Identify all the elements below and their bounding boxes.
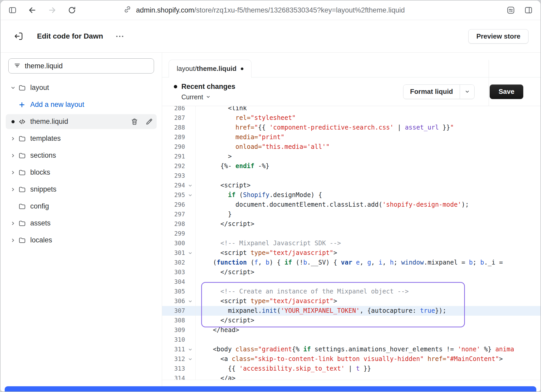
editor-panel: layout/theme.liquid Recent changes Curre… (162, 53, 540, 391)
code-line[interactable]: 310 (162, 335, 540, 345)
address-bar[interactable]: admin.shopify.com/store/rzq1xu-f5/themes… (124, 5, 405, 15)
folder-label: snippets (30, 185, 57, 193)
code-line[interactable]: 287 rel="stylesheet" (162, 113, 540, 123)
editor-toolbar: Recent changes Current Format liquid Sa (162, 77, 540, 106)
code-line[interactable]: 290 onload="this.media='all'" (162, 142, 540, 152)
line-number: 291 (162, 152, 185, 161)
line-number: 311 (162, 345, 185, 354)
folder-label: templates (30, 134, 61, 143)
line-number: 302 (162, 258, 185, 267)
file-sidebar: layout Add a new layout theme.liquid (1, 53, 162, 391)
code-line[interactable]: 300 <!-- Mixpanel Javascript SDK --> (162, 238, 540, 248)
reload-icon[interactable] (67, 5, 77, 15)
preview-store-button[interactable]: Preview store (468, 29, 528, 44)
chevron-right-icon[interactable] (8, 187, 18, 192)
code-line[interactable]: 314 </a> (162, 373, 540, 380)
code-line[interactable]: 307 mixpanel.init('YOUR_MIXPANEL_TOKEN',… (162, 306, 540, 316)
sidebar-item-templates[interactable]: templates (6, 131, 157, 146)
code-line[interactable]: 308 </script> (162, 316, 540, 325)
back-icon[interactable] (28, 5, 37, 15)
file-search-input[interactable] (25, 62, 149, 70)
format-liquid-button[interactable]: Format liquid (403, 85, 460, 99)
code-line[interactable]: 298 </script> (162, 219, 540, 229)
code-line[interactable]: 292 {%- endif -%} (162, 161, 540, 171)
fold-chevron-icon[interactable] (185, 299, 195, 303)
line-number: 292 (162, 161, 185, 171)
rename-file-button[interactable] (144, 116, 155, 127)
recent-changes-dot (174, 85, 177, 88)
line-number: 288 (162, 123, 185, 132)
line-number: 293 (162, 171, 185, 181)
chevron-right-icon[interactable] (8, 221, 18, 226)
line-number: 303 (162, 267, 185, 277)
add-new-layout-button[interactable]: Add a new layout (6, 97, 157, 112)
fold-chevron-icon[interactable] (185, 183, 195, 188)
sidebar-item-assets[interactable]: assets (6, 216, 157, 231)
line-number: 306 (162, 296, 185, 306)
sidebar-item-sections[interactable]: sections (6, 148, 157, 163)
sidebar-item-theme-liquid[interactable]: theme.liquid (6, 114, 157, 129)
folder-icon (18, 84, 30, 92)
chevron-down-icon[interactable] (8, 85, 18, 90)
browser-window: admin.shopify.com/store/rzq1xu-f5/themes… (0, 0, 541, 392)
tab-theme-liquid[interactable]: layout/theme.liquid (169, 60, 251, 77)
tab-bar: layout/theme.liquid (162, 53, 540, 77)
site-settings-icon[interactable] (506, 5, 515, 15)
code-line[interactable]: 297 } (162, 210, 540, 219)
sidebar-item-blocks[interactable]: blocks (6, 165, 157, 180)
delete-file-button[interactable] (129, 116, 140, 127)
gutter-divider (195, 106, 196, 380)
chevron-right-icon[interactable] (8, 136, 18, 141)
forward-icon[interactable] (47, 5, 57, 15)
code-editor[interactable]: 286 <link287 rel="stylesheet"288 href="{… (162, 106, 540, 380)
sidebar-item-snippets[interactable]: snippets (6, 182, 157, 197)
code-line[interactable]: 309 </head> (162, 325, 540, 335)
version-dropdown[interactable]: Current (174, 93, 235, 101)
url-text: admin.shopify.com/store/rzq1xu-f5/themes… (136, 6, 405, 14)
folder-label: config (30, 202, 49, 210)
sidebar-item-locales[interactable]: locales (6, 233, 157, 248)
line-number: 305 (162, 287, 185, 296)
code-line[interactable]: 295 if (Shopify.designMode) { (162, 190, 540, 200)
exit-icon[interactable] (14, 31, 24, 41)
filter-icon (14, 62, 21, 70)
fold-chevron-icon[interactable] (185, 193, 195, 197)
more-options-button[interactable] (114, 34, 125, 39)
code-line[interactable]: 312 <a class="skip-to-content-link butto… (162, 354, 540, 364)
recent-changes-label: Recent changes (174, 83, 235, 91)
fold-chevron-icon[interactable] (185, 357, 195, 361)
format-liquid-control: Format liquid (403, 84, 475, 99)
sidebar-item-config[interactable]: config (6, 199, 157, 214)
chevron-right-icon[interactable] (8, 238, 18, 243)
code-line[interactable]: 306 <script type="text/javascript"> (162, 296, 540, 306)
save-button[interactable]: Save (490, 84, 523, 99)
fold-chevron-icon[interactable] (185, 251, 195, 255)
chevron-right-icon[interactable] (8, 153, 18, 158)
code-line[interactable]: 299 (162, 229, 540, 238)
code-line[interactable]: 304 (162, 277, 540, 287)
folder-label: assets (30, 219, 51, 227)
code-line[interactable]: 296 document.documentElement.classList.a… (162, 200, 540, 210)
line-number: 309 (162, 325, 185, 335)
code-line[interactable]: 286 <link (162, 106, 540, 113)
code-line[interactable]: 303 </script> (162, 267, 540, 277)
code-line[interactable]: 301 <script type="text/javascript"> (162, 248, 540, 258)
chevron-right-icon[interactable] (8, 170, 18, 175)
file-search-box[interactable] (8, 58, 154, 74)
fold-chevron-icon[interactable] (185, 347, 195, 352)
code-line[interactable]: 294 <script> (162, 181, 540, 190)
code-line[interactable]: 288 href="{{ 'component-predictive-searc… (162, 123, 540, 132)
code-line[interactable]: 305 <!-- Create an instance of the Mixpa… (162, 287, 540, 296)
line-number: 314 (162, 373, 185, 380)
sidebar-item-layout[interactable]: layout (6, 80, 157, 95)
code-line[interactable]: 302 (function (f, b) { if (!b.__SV) { va… (162, 258, 540, 267)
code-line[interactable]: 293 (162, 171, 540, 181)
split-view-icon[interactable] (524, 5, 533, 15)
sidebar-toggle-icon[interactable] (8, 5, 17, 15)
code-line[interactable]: 289 media="print" (162, 132, 540, 142)
code-line[interactable]: 311 <body class="gradient{% if settings.… (162, 345, 540, 354)
folder-icon (18, 135, 30, 143)
code-line[interactable]: 313 {{ 'accessibility.skip_to_text' | t … (162, 364, 540, 373)
format-liquid-dropdown[interactable] (460, 85, 474, 99)
code-line[interactable]: 291 > (162, 152, 540, 161)
